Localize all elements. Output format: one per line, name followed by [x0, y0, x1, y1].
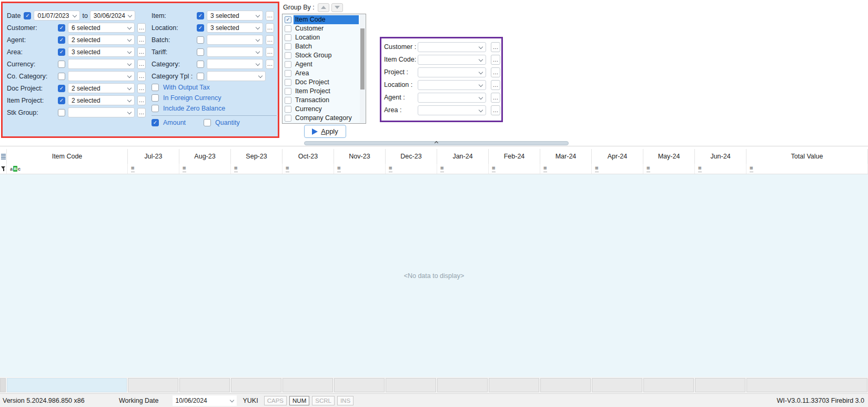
area-ellipsis-button[interactable]: …	[137, 47, 146, 57]
category-checkbox[interactable]	[197, 61, 204, 68]
filter-operator-equals-icon[interactable]: =	[647, 165, 650, 172]
area-dropdown[interactable]: 3 selected	[68, 47, 135, 57]
groupby-checkbox-agent[interactable]	[285, 61, 291, 68]
agent-dropdown[interactable]: 2 selected	[68, 35, 135, 45]
column-header-mar-24[interactable]: Mar-24	[540, 149, 592, 164]
column-header-item-code[interactable]: Item Code	[7, 149, 128, 164]
filter-cell-total-value[interactable]: =	[746, 164, 868, 174]
groupby-item-batch[interactable]: Batch	[282, 42, 366, 51]
date-checkbox[interactable]: ✓	[24, 12, 31, 19]
item-dropdown[interactable]: 3 selected	[207, 11, 263, 21]
co-category-dropdown[interactable]	[68, 71, 135, 81]
column-header-nov-23[interactable]: Nov-23	[334, 149, 386, 164]
column-header-apr-24[interactable]: Apr-24	[592, 149, 643, 164]
category-tpl-checkbox[interactable]	[197, 73, 204, 80]
groupby-checkbox-item-project[interactable]	[285, 88, 291, 95]
groupby-scrollbar-thumb[interactable]	[360, 28, 365, 90]
qf-agent-dropdown[interactable]	[418, 93, 486, 103]
groupby-item-transaction[interactable]: Transaction	[282, 96, 366, 105]
location-dropdown[interactable]: 3 selected	[207, 23, 263, 33]
filter-cell-jan-24[interactable]: =	[437, 164, 489, 174]
column-chooser-icon[interactable]	[1, 154, 6, 160]
qf-project-dropdown[interactable]	[418, 67, 486, 77]
agent-checkbox[interactable]: ✓	[58, 36, 65, 44]
filter-operator-equals-icon[interactable]: =	[389, 165, 392, 172]
qf-customer-dropdown[interactable]	[418, 42, 486, 52]
qf-project-ellipsis-button[interactable]: …	[491, 67, 500, 77]
column-header-total-value[interactable]: Total Value	[746, 149, 868, 164]
include-zero-balance-checkbox[interactable]	[152, 105, 159, 112]
column-header-dec-23[interactable]: Dec-23	[386, 149, 437, 164]
qf-location-ellipsis-button[interactable]: …	[491, 80, 500, 90]
filter-cell-jul-23[interactable]: =	[128, 164, 179, 174]
filter-cell-feb-24[interactable]: =	[489, 164, 540, 174]
filter-cell-jun-24[interactable]: =	[695, 164, 746, 174]
groupby-move-down-button[interactable]	[331, 3, 343, 12]
batch-checkbox[interactable]	[197, 36, 204, 44]
qf-customer-ellipsis-button[interactable]: …	[491, 42, 500, 52]
customer-dropdown[interactable]: 6 selected	[68, 23, 135, 33]
groupby-checkbox-currency[interactable]	[285, 106, 291, 113]
doc-project-ellipsis-button[interactable]: …	[137, 84, 146, 93]
row-filter-cell[interactable]	[0, 164, 7, 174]
tariff-ellipsis-button[interactable]: …	[266, 47, 274, 57]
item-project-dropdown[interactable]: 2 selected	[68, 95, 135, 105]
groupby-item-item-project[interactable]: Item Project	[282, 87, 366, 96]
qf-location-dropdown[interactable]	[418, 80, 486, 90]
tariff-checkbox[interactable]	[197, 48, 204, 56]
filter-cell-item-code[interactable]: aBc	[7, 164, 128, 174]
groupby-checkbox-location[interactable]	[285, 34, 291, 41]
groupby-checkbox-company-category[interactable]	[285, 115, 291, 122]
currency-checkbox[interactable]	[58, 61, 65, 68]
stk-group-checkbox[interactable]	[58, 109, 65, 116]
column-header-jan-24[interactable]: Jan-24	[437, 149, 489, 164]
filter-operator-equals-icon[interactable]: =	[337, 165, 341, 172]
co-category-ellipsis-button[interactable]: …	[137, 72, 146, 81]
customer-ellipsis-button[interactable]: …	[137, 23, 146, 33]
filter-operator-equals-icon[interactable]: =	[750, 165, 753, 172]
item-project-checkbox[interactable]: ✓	[58, 97, 65, 104]
currency-dropdown[interactable]	[68, 59, 135, 69]
column-header-jun-24[interactable]: Jun-24	[695, 149, 746, 164]
item-project-ellipsis-button[interactable]: …	[137, 96, 146, 105]
groupby-item-location[interactable]: Location	[282, 33, 366, 42]
in-foreign-currency-checkbox[interactable]	[152, 94, 159, 102]
filter-operator-equals-icon[interactable]: =	[183, 165, 186, 172]
groupby-item-currency[interactable]: Currency	[282, 105, 366, 114]
column-chooser-cell[interactable]	[0, 149, 7, 164]
qf-area-dropdown[interactable]	[418, 105, 486, 115]
column-header-feb-24[interactable]: Feb-24	[489, 149, 540, 164]
quantity-checkbox[interactable]	[204, 119, 211, 126]
splitter-bar[interactable]	[304, 141, 569, 145]
groupby-checkbox-stock-group[interactable]	[285, 52, 291, 59]
batch-ellipsis-button[interactable]: …	[266, 35, 274, 45]
groupby-scrollbar[interactable]	[360, 15, 365, 123]
filter-cell-mar-24[interactable]: =	[540, 164, 592, 174]
column-header-sep-23[interactable]: Sep-23	[231, 149, 282, 164]
filter-operator-equals-icon[interactable]: =	[131, 165, 135, 172]
item-checkbox[interactable]: ✓	[197, 12, 204, 19]
filter-cell-dec-23[interactable]: =	[386, 164, 437, 174]
category-tpl-dropdown[interactable]	[207, 71, 266, 81]
groupby-checkbox-transaction[interactable]	[285, 97, 291, 104]
groupby-checkbox-item-code[interactable]: ✓	[285, 16, 291, 23]
item-ellipsis-button[interactable]: …	[266, 11, 274, 21]
with-output-tax-checkbox[interactable]	[152, 84, 159, 91]
qf-agent-ellipsis-button[interactable]: …	[491, 93, 500, 103]
amount-checkbox[interactable]: ✓	[152, 119, 159, 126]
groupby-item-stock-group[interactable]: Stock Group	[282, 51, 366, 60]
category-ellipsis-button[interactable]: …	[266, 59, 274, 69]
groupby-item-agent[interactable]: Agent	[282, 60, 366, 69]
doc-project-checkbox[interactable]: ✓	[58, 85, 65, 92]
groupby-item-customer[interactable]: Customer	[282, 24, 366, 33]
column-header-jul-23[interactable]: Jul-23	[128, 149, 179, 164]
filter-cell-sep-23[interactable]: =	[231, 164, 282, 174]
working-date-dropdown[interactable]: 10/06/2024	[173, 395, 237, 406]
column-header-aug-23[interactable]: Aug-23	[179, 149, 231, 164]
filter-operator-equals-icon[interactable]: =	[595, 165, 599, 172]
filter-cell-may-24[interactable]: =	[643, 164, 695, 174]
stk-group-ellipsis-button[interactable]: …	[137, 108, 146, 117]
customer-checkbox[interactable]: ✓	[58, 24, 65, 32]
apply-button[interactable]: Apply	[304, 125, 346, 138]
groupby-checkbox-doc-project[interactable]	[285, 79, 291, 86]
